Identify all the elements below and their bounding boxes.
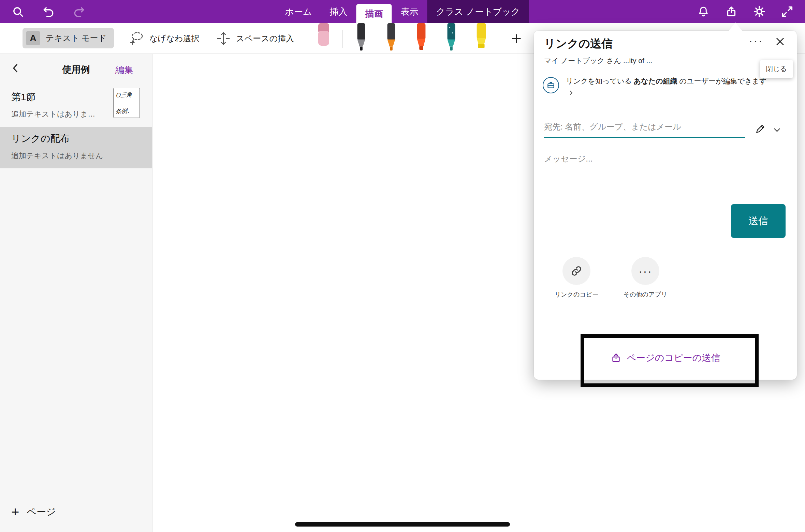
lasso-icon: [129, 31, 145, 46]
recipient-field: [544, 122, 745, 138]
permission-post: のユーザーが編集できます: [677, 77, 767, 85]
other-apps-action[interactable]: ··· その他のアプリ: [618, 257, 673, 299]
permission-pre: リンクを知っている: [566, 77, 634, 85]
briefcase-icon: [543, 77, 559, 93]
sidebar-header: 使用例 編集: [0, 54, 152, 85]
add-page-label: ページ: [27, 505, 56, 518]
add-pen-button[interactable]: +: [507, 27, 526, 50]
lasso-select-button[interactable]: なげなわ選択: [129, 23, 199, 54]
redo-icon[interactable]: [72, 4, 87, 19]
expand-icon[interactable]: [780, 4, 795, 19]
topbar-left-group: [0, 4, 87, 19]
thumb-handwriting-line2: 条例.: [115, 106, 137, 115]
other-apps-label: その他のアプリ: [618, 290, 673, 299]
red-marker-tool[interactable]: [412, 23, 430, 52]
share-page-icon: [611, 352, 621, 363]
undo-icon[interactable]: [41, 4, 56, 19]
insert-space-button[interactable]: スペースの挿入: [216, 23, 294, 54]
onenote-app: ホーム 挿入 描画 表示 クラス ノートブック A テキスト モード: [0, 0, 805, 532]
ribbon-tabs: ホーム 挿入 描画 表示 クラス ノートブック: [276, 0, 529, 23]
close-icon[interactable]: [775, 36, 788, 50]
close-tooltip: 閉じる: [760, 60, 793, 78]
recipient-input[interactable]: [544, 122, 745, 132]
copy-link-label: リンクのコピー: [549, 290, 604, 299]
lasso-label: なげなわ選択: [149, 33, 199, 44]
chevron-down-icon[interactable]: [773, 125, 784, 136]
link-icon: [562, 257, 590, 285]
text-mode-label: テキスト モード: [46, 33, 106, 44]
permission-text: リンクを知っている あなたの組織 のユーザーが編集できます: [566, 76, 771, 99]
top-app-bar: ホーム 挿入 描画 表示 クラス ノートブック: [0, 0, 805, 23]
page-item-2-selected[interactable]: リンクの配布 追加テキストはありません: [0, 127, 152, 168]
edit-button[interactable]: 編集: [115, 64, 133, 76]
thumb-handwriting-line1: O三角: [115, 90, 137, 99]
teal-galaxy-pen-tool[interactable]: [442, 23, 460, 52]
insert-space-icon: [216, 31, 231, 46]
settings-gear-icon[interactable]: [752, 4, 767, 19]
permission-org: あなたの組織: [634, 77, 677, 85]
tab-insert[interactable]: 挿入: [321, 0, 356, 23]
message-input[interactable]: [544, 154, 721, 164]
tab-view[interactable]: 表示: [392, 0, 427, 23]
page-title: リンクの配布: [11, 132, 152, 145]
copy-link-action[interactable]: リンクのコピー: [549, 257, 604, 299]
page-thumbnail: O三角 条例.: [113, 88, 140, 118]
send-page-copy-label: ページのコピーの送信: [627, 352, 720, 364]
pen-tray: [352, 23, 491, 52]
insert-space-label: スペースの挿入: [236, 33, 294, 44]
plus-icon: +: [11, 507, 19, 517]
more-apps-icon: ···: [631, 257, 659, 285]
permission-row[interactable]: リンクを知っている あなたの組織 のユーザーが編集できます: [543, 76, 785, 99]
orange-pen-tool[interactable]: [382, 23, 400, 52]
black-pen-tool[interactable]: [352, 23, 370, 52]
send-page-copy-button[interactable]: ページのコピーの送信: [534, 344, 797, 372]
tab-draw[interactable]: 描画: [356, 4, 392, 23]
popup-title: リンクの送信: [544, 36, 613, 51]
send-button[interactable]: 送信: [731, 204, 786, 238]
yellow-highlighter-tool[interactable]: [472, 23, 491, 52]
home-indicator[interactable]: [295, 522, 510, 527]
popup-caret: [728, 22, 743, 31]
page-item-1[interactable]: 第1節 追加テキストはありま… O三角 条例.: [0, 85, 152, 127]
add-page-button[interactable]: + ページ: [11, 505, 56, 518]
notebook-name-label: マイ ノートブック さん ...ity of ...: [544, 56, 652, 65]
eraser-tool[interactable]: [314, 23, 333, 48]
text-mode-button[interactable]: A テキスト モード: [23, 28, 114, 48]
topbar-right-group: [696, 4, 805, 19]
notifications-bell-icon[interactable]: [696, 4, 711, 19]
share-icon[interactable]: [724, 4, 739, 19]
ellipsis-glyph: ···: [639, 264, 652, 278]
page-list-sidebar: 使用例 編集 第1節 追加テキストはありま… O三角 条例. リンクの配布 追加…: [0, 54, 152, 532]
chevron-right-icon: [568, 88, 574, 99]
search-icon[interactable]: [10, 4, 25, 19]
more-options-icon[interactable]: ···: [749, 34, 763, 47]
text-mode-a-icon: A: [26, 31, 40, 45]
pencil-icon[interactable]: [755, 123, 767, 136]
send-link-popup: リンクの送信 ··· マイ ノートブック さん ...ity of ... リン…: [534, 31, 797, 380]
page-subtitle: 追加テキストはありません: [11, 151, 152, 161]
toolbar-divider: [342, 30, 343, 48]
message-field: [544, 154, 721, 164]
tab-home[interactable]: ホーム: [276, 0, 321, 23]
tab-class-notebook[interactable]: クラス ノートブック: [427, 0, 529, 23]
